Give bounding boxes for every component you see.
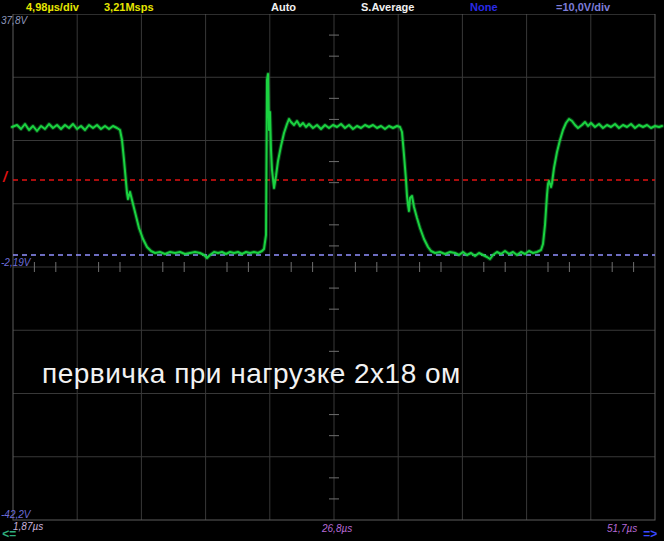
volts-per-div-setting[interactable]: =10,0V/div bbox=[556, 1, 610, 13]
oscilloscope-screen: 4,98µs/div 3,21Msps Auto S.Average None … bbox=[0, 0, 664, 541]
waveform-trace bbox=[12, 74, 662, 259]
voltage-top-label: 37,8V bbox=[1, 15, 27, 26]
scroll-left-button[interactable]: <= bbox=[2, 527, 16, 541]
time-left-label: 1,87µs bbox=[13, 521, 43, 532]
annotation-text: первичка при нагрузке 2x18 ом bbox=[42, 358, 461, 390]
waveform-trace-glow bbox=[12, 74, 662, 259]
status-bar: 4,98µs/div 3,21Msps Auto S.Average None … bbox=[0, 0, 664, 14]
trigger-level-marker[interactable]: / bbox=[3, 172, 7, 182]
timebase-setting[interactable]: 4,98µs/div bbox=[26, 1, 79, 13]
voltage-bottom-label: -42,2V bbox=[1, 509, 30, 520]
time-mid-label: 26,8µs bbox=[322, 523, 352, 534]
sample-rate-setting[interactable]: 3,21Msps bbox=[104, 1, 154, 13]
trigger-mode-setting[interactable]: Auto bbox=[271, 1, 296, 13]
voltage-mid-label: -2,19V bbox=[1, 257, 30, 268]
acquisition-mode-setting[interactable]: S.Average bbox=[361, 1, 414, 13]
scope-plot bbox=[0, 0, 664, 541]
scroll-right-button[interactable]: => bbox=[643, 527, 657, 541]
math-function-setting[interactable]: None bbox=[470, 1, 498, 13]
time-right-label: 51,7µs bbox=[607, 523, 637, 534]
